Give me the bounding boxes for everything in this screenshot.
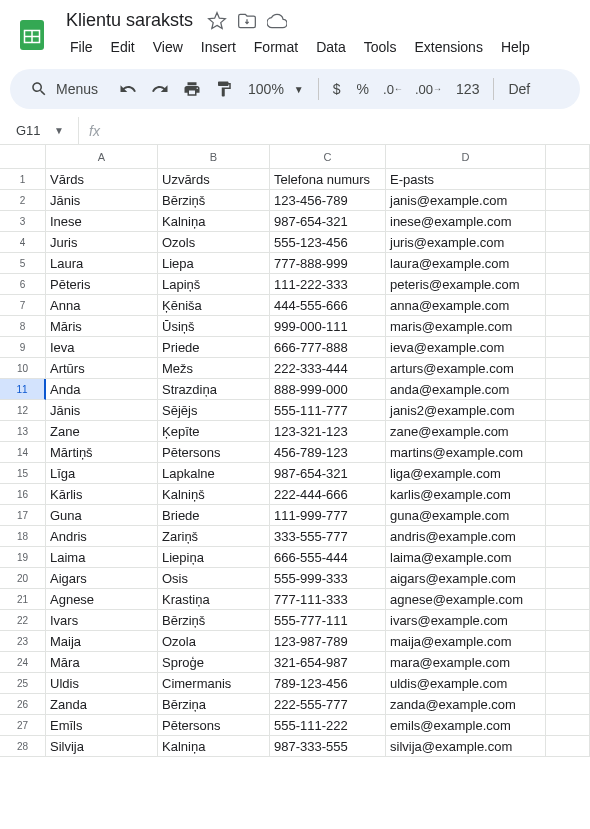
cell[interactable]: 444-555-666 [270, 295, 386, 316]
cell[interactable] [546, 484, 590, 505]
cell[interactable]: Kalniņa [158, 211, 270, 232]
paint-format-button[interactable] [210, 75, 238, 103]
cell[interactable] [546, 526, 590, 547]
cell[interactable] [546, 190, 590, 211]
search-menus-button[interactable]: Menus [22, 74, 110, 104]
cell[interactable]: maija@example.com [386, 631, 546, 652]
cell[interactable]: ivars@example.com [386, 610, 546, 631]
cell[interactable]: 555-111-777 [270, 400, 386, 421]
cell[interactable]: andris@example.com [386, 526, 546, 547]
row-header[interactable]: 7 [0, 295, 46, 316]
row-header[interactable]: 3 [0, 211, 46, 232]
cell[interactable] [546, 652, 590, 673]
row-header[interactable]: 9 [0, 337, 46, 358]
cell[interactable]: 111-999-777 [270, 505, 386, 526]
more-formats-button[interactable]: 123 [450, 81, 485, 97]
cell[interactable]: mara@example.com [386, 652, 546, 673]
cell[interactable]: Jānis [46, 400, 158, 421]
cell[interactable]: emils@example.com [386, 715, 546, 736]
star-icon[interactable] [207, 11, 227, 31]
cell[interactable]: 456-789-123 [270, 442, 386, 463]
cell[interactable]: Artūrs [46, 358, 158, 379]
cell[interactable]: Kārlis [46, 484, 158, 505]
cell[interactable]: laima@example.com [386, 547, 546, 568]
cell[interactable]: liga@example.com [386, 463, 546, 484]
cell[interactable]: Ozols [158, 232, 270, 253]
cell[interactable]: arturs@example.com [386, 358, 546, 379]
cell[interactable]: 777-111-333 [270, 589, 386, 610]
cell[interactable]: Aigars [46, 568, 158, 589]
cell[interactable] [546, 253, 590, 274]
spreadsheet-grid[interactable]: 1234567891011121314151617181920212223242… [0, 145, 590, 757]
cell[interactable]: Ūsiņš [158, 316, 270, 337]
cell[interactable] [546, 505, 590, 526]
cell[interactable]: 222-333-444 [270, 358, 386, 379]
row-header[interactable]: 27 [0, 715, 46, 736]
cell[interactable]: Lapiņš [158, 274, 270, 295]
row-header[interactable]: 24 [0, 652, 46, 673]
row-header[interactable]: 11 [0, 379, 46, 400]
cell[interactable]: Osis [158, 568, 270, 589]
cell[interactable]: Ivars [46, 610, 158, 631]
cell[interactable]: martins@example.com [386, 442, 546, 463]
cell[interactable]: 789-123-456 [270, 673, 386, 694]
cell[interactable]: Bērziņa [158, 694, 270, 715]
cell[interactable] [546, 379, 590, 400]
row-header[interactable]: 25 [0, 673, 46, 694]
cell[interactable]: Strazdiņa [158, 379, 270, 400]
sheets-logo[interactable] [12, 15, 52, 55]
cell[interactable]: anna@example.com [386, 295, 546, 316]
row-header[interactable]: 21 [0, 589, 46, 610]
menu-file[interactable]: File [62, 35, 101, 59]
cell[interactable]: Juris [46, 232, 158, 253]
cell[interactable]: zane@example.com [386, 421, 546, 442]
cell[interactable]: zanda@example.com [386, 694, 546, 715]
cell[interactable]: Cimermanis [158, 673, 270, 694]
menu-help[interactable]: Help [493, 35, 538, 59]
cell[interactable] [546, 169, 590, 190]
cell[interactable]: Uldis [46, 673, 158, 694]
menu-edit[interactable]: Edit [103, 35, 143, 59]
document-title[interactable]: Klientu saraksts [62, 8, 197, 33]
menu-tools[interactable]: Tools [356, 35, 405, 59]
move-icon[interactable] [237, 11, 257, 31]
cell[interactable]: ieva@example.com [386, 337, 546, 358]
cell[interactable]: E-pasts [386, 169, 546, 190]
cell[interactable]: Pētersons [158, 442, 270, 463]
column-header[interactable]: A [46, 145, 158, 169]
cell[interactable]: 555-123-456 [270, 232, 386, 253]
decrease-decimal-button[interactable]: .0← [379, 75, 407, 103]
cell[interactable]: juris@example.com [386, 232, 546, 253]
formula-bar-input[interactable] [110, 117, 590, 144]
cell[interactable]: laura@example.com [386, 253, 546, 274]
cell[interactable]: 888-999-000 [270, 379, 386, 400]
cell[interactable]: 555-111-222 [270, 715, 386, 736]
font-select[interactable]: Def [502, 81, 536, 97]
cell[interactable]: 555-777-111 [270, 610, 386, 631]
cell[interactable] [546, 715, 590, 736]
cell[interactable]: Mežs [158, 358, 270, 379]
cell[interactable]: 222-444-666 [270, 484, 386, 505]
column-header[interactable]: D [386, 145, 546, 169]
redo-button[interactable] [146, 75, 174, 103]
cloud-status-icon[interactable] [267, 11, 287, 31]
cell[interactable]: Agnese [46, 589, 158, 610]
cell[interactable]: Andris [46, 526, 158, 547]
cell[interactable]: Māris [46, 316, 158, 337]
cell[interactable]: maris@example.com [386, 316, 546, 337]
print-button[interactable] [178, 75, 206, 103]
select-all-corner[interactable] [0, 145, 46, 169]
row-header[interactable]: 10 [0, 358, 46, 379]
cell[interactable]: 555-999-333 [270, 568, 386, 589]
cell[interactable]: 999-000-111 [270, 316, 386, 337]
cell[interactable]: inese@example.com [386, 211, 546, 232]
cell[interactable]: silvija@example.com [386, 736, 546, 757]
cell[interactable]: Māra [46, 652, 158, 673]
cell[interactable] [546, 610, 590, 631]
row-header[interactable]: 16 [0, 484, 46, 505]
row-header[interactable]: 19 [0, 547, 46, 568]
cell[interactable]: aigars@example.com [386, 568, 546, 589]
cell[interactable]: janis2@example.com [386, 400, 546, 421]
cell[interactable]: Anna [46, 295, 158, 316]
cell[interactable]: Bērziņš [158, 610, 270, 631]
